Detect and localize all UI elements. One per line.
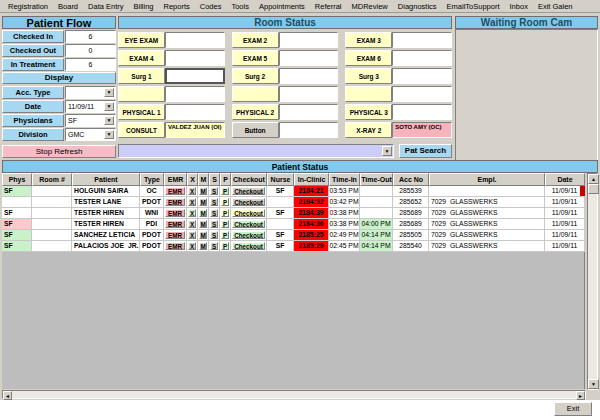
menu-item-diagnostics[interactable]: Diagnostics (393, 2, 442, 11)
x-button[interactable]: X (188, 187, 196, 195)
menu-item-inbox[interactable]: Inbox (505, 2, 533, 11)
p-button[interactable]: P (221, 209, 229, 217)
p-button[interactable]: P (221, 220, 229, 228)
x-button[interactable]: X (188, 198, 196, 206)
column-header-patient[interactable]: Patient (72, 173, 140, 186)
column-header-nurse[interactable]: Nurse (267, 173, 294, 186)
emr-button[interactable]: EMR (165, 198, 185, 206)
menu-item-billing[interactable]: Billing (128, 2, 158, 11)
room-button-blank[interactable] (232, 86, 279, 102)
chevron-down-icon[interactable]: ▼ (104, 102, 114, 111)
room-button-surg-2[interactable]: Surg 2 (232, 68, 279, 84)
room-button-consult[interactable]: CONSULT (118, 122, 165, 138)
menu-item-exit-galen[interactable]: Exit Galen (533, 2, 578, 11)
checkout-button[interactable]: Checkout (232, 198, 265, 206)
m-button[interactable]: M (199, 231, 207, 239)
p-button[interactable]: P (221, 231, 229, 239)
chevron-down-icon[interactable]: ▼ (104, 116, 114, 125)
x-button[interactable]: X (188, 220, 196, 228)
column-header-m[interactable]: M (198, 173, 209, 186)
scroll-up-icon[interactable]: ▲ (588, 174, 599, 184)
room-button-blank[interactable] (345, 86, 392, 102)
scroll-right-icon[interactable]: ► (576, 391, 585, 400)
menu-item-mdreview[interactable]: MDReview (347, 2, 393, 11)
chevron-down-icon[interactable]: ▼ (382, 146, 392, 156)
p-button[interactable]: P (221, 198, 229, 206)
horizontal-scrollbar[interactable]: ◄ ► (2, 390, 586, 399)
emr-button[interactable]: EMR (165, 209, 185, 217)
acc-type-dropdown[interactable]: ▼ (65, 86, 116, 99)
room-button-physical-1[interactable]: PHYSICAL 1 (118, 104, 165, 120)
exit-button[interactable]: Exit (554, 402, 592, 416)
room-button-x-ray-2[interactable]: X-RAY 2 (345, 122, 392, 138)
room-button-exam-3[interactable]: EXAM 3 (345, 32, 392, 48)
s-button[interactable]: S (210, 220, 218, 228)
room-button-surg-1[interactable]: Surg 1 (118, 68, 165, 84)
emr-button[interactable]: EMR (165, 187, 185, 195)
s-button[interactable]: S (210, 209, 218, 217)
p-button[interactable]: P (221, 242, 229, 250)
checkout-button[interactable]: Checkout (232, 209, 265, 217)
room-button-exam-4[interactable]: EXAM 4 (118, 50, 165, 66)
column-header-type[interactable]: Type (140, 173, 164, 186)
s-button[interactable]: S (210, 231, 218, 239)
pat-search-button[interactable]: Pat Search (399, 144, 452, 158)
room-button-exam-6[interactable]: EXAM 6 (345, 50, 392, 66)
chevron-down-icon[interactable]: ▼ (104, 88, 114, 97)
emr-button[interactable]: EMR (165, 231, 185, 239)
stop-refresh-button[interactable]: Stop Refresh (2, 145, 116, 158)
column-header-room[interactable]: Room # (32, 173, 72, 186)
s-button[interactable]: S (210, 187, 218, 195)
column-header-empl[interactable]: Empl. (429, 173, 545, 186)
s-button[interactable]: S (210, 198, 218, 206)
room-button-surg-3[interactable]: Surg 3 (345, 68, 392, 84)
checkout-button[interactable]: Checkout (232, 220, 265, 228)
menu-item-referral[interactable]: Referral (310, 2, 347, 11)
column-header-acc-no[interactable]: Acc No (393, 173, 429, 186)
x-button[interactable]: X (188, 242, 196, 250)
checkout-button[interactable]: Checkout (232, 231, 265, 239)
menu-item-tools[interactable]: Tools (226, 2, 254, 11)
room-button-button[interactable]: Button (232, 122, 279, 138)
menu-item-board[interactable]: Board (53, 2, 83, 11)
physicians-dropdown[interactable]: SF▼ (65, 114, 116, 127)
column-header-x[interactable]: X (187, 173, 198, 186)
menu-item-reports[interactable]: Reports (159, 2, 195, 11)
column-header-checkout[interactable]: Checkout (231, 173, 267, 186)
menu-item-codes[interactable]: Codes (195, 2, 227, 11)
room-button-physical-2[interactable]: PHYSICAL 2 (232, 104, 279, 120)
x-button[interactable]: X (188, 231, 196, 239)
column-header-s[interactable]: S (209, 173, 220, 186)
menu-item-data-entry[interactable]: Data Entry (83, 2, 128, 11)
m-button[interactable]: M (199, 187, 207, 195)
emr-button[interactable]: EMR (165, 220, 185, 228)
menu-item-appointments[interactable]: Appointments (254, 2, 310, 11)
division-dropdown[interactable]: GMC▼ (65, 128, 116, 141)
p-button[interactable]: P (221, 187, 229, 195)
column-header-p[interactable]: P (220, 173, 231, 186)
column-header-date[interactable]: Date (545, 173, 585, 186)
m-button[interactable]: M (199, 198, 207, 206)
menu-item-emailtosupport[interactable]: EmailToSupport (442, 2, 505, 11)
m-button[interactable]: M (199, 209, 207, 217)
m-button[interactable]: M (199, 242, 207, 250)
scroll-left-icon[interactable]: ◄ (3, 391, 12, 400)
x-button[interactable]: X (188, 209, 196, 217)
vertical-scrollbar[interactable]: ▲ ▼ (587, 173, 598, 390)
menu-item-registration[interactable]: Registration (3, 2, 53, 11)
s-button[interactable]: S (210, 242, 218, 250)
room-button-exam-2[interactable]: EXAM 2 (232, 32, 279, 48)
chevron-down-icon[interactable]: ▼ (104, 130, 114, 139)
patient-search-combo[interactable]: ▼ (118, 144, 394, 158)
column-header-time-out[interactable]: Time-Out (360, 173, 393, 186)
room-button-blank[interactable] (118, 86, 165, 102)
m-button[interactable]: M (199, 220, 207, 228)
room-button-exam-5[interactable]: EXAM 5 (232, 50, 279, 66)
room-button-eye-exam[interactable]: EYE EXAM (118, 32, 165, 48)
column-header-time-in[interactable]: Time-In (329, 173, 360, 186)
room-button-physical-3[interactable]: PHYSICAL 3 (345, 104, 392, 120)
date-dropdown[interactable]: 11/09/11▼ (65, 100, 116, 113)
emr-button[interactable]: EMR (165, 242, 185, 250)
checkout-button[interactable]: Checkout (232, 187, 265, 195)
column-header-in-clinic[interactable]: In-Clinic (294, 173, 329, 186)
